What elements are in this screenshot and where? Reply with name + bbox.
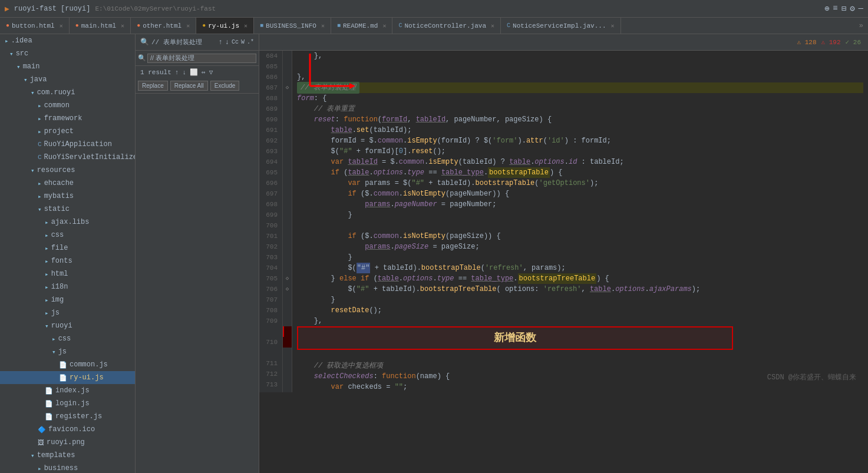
tab-main-html[interactable]: ● main.html ✕ [70, 18, 131, 34]
code-lines[interactable]: }, }, // 表单封装处理 form: { // 表单重置 reset: f… [292, 51, 868, 392]
sidebar-item-ehcache[interactable]: ▸ ehcache [0, 177, 135, 190]
sidebar-item-index-js[interactable]: 📄 index.js [0, 384, 135, 397]
sidebar-item-java[interactable]: ▾ java [0, 73, 135, 86]
sidebar-item-mybatis[interactable]: ▸ mybatis [0, 190, 135, 203]
tab-notice-controller[interactable]: C NoticeController.java ✕ [392, 18, 501, 34]
tab-close-icon[interactable]: ✕ [611, 22, 615, 29]
sidebar-item-ruoyi-png[interactable]: 🖼 ruoyi.png [0, 436, 135, 449]
tab-business-info[interactable]: ■ BUSINESS_INFO ✕ [254, 18, 331, 34]
sidebar-item-business[interactable]: ▸ business [0, 462, 135, 473]
sidebar-item-i18n[interactable]: ▸ i18n [0, 280, 135, 293]
folder-open-icon: ▾ [16, 63, 21, 71]
error-count: ⚠ 192 [821, 38, 841, 46]
settings-icon[interactable]: ⚙ [850, 4, 854, 14]
sidebar-item-label: ruoyi.png [47, 438, 85, 446]
sidebar-item-templates[interactable]: ▾ templates [0, 449, 135, 462]
result-count: 1 result [140, 69, 171, 76]
more-tabs-icon[interactable]: » [859, 22, 868, 30]
gutter-line [283, 157, 292, 167]
sidebar-item-src[interactable]: ▾ src [0, 47, 135, 60]
sidebar-item-static[interactable]: ▾ static [0, 203, 135, 216]
sidebar-item-label: img [51, 296, 64, 304]
sidebar-item-resources[interactable]: ▾ resources [0, 164, 135, 177]
replace-all-button[interactable]: Replace All [170, 81, 208, 91]
nav-up-icon[interactable]: ↑ [175, 69, 179, 76]
code-line: } [297, 210, 863, 220]
tab-close-icon[interactable]: ✕ [186, 22, 190, 29]
sidebar-item-label: css [51, 231, 64, 239]
regex-icon[interactable]: .* [247, 39, 254, 45]
tab-notice-service-impl[interactable]: C NoticeServiceImpl.jav... ✕ [501, 18, 621, 34]
folder-open-icon: ▾ [24, 76, 28, 84]
sidebar-item-idea[interactable]: ▸ .idea [0, 34, 135, 47]
sidebar-item-html[interactable]: ▸ html [0, 267, 135, 280]
folder-open-icon: ▾ [31, 452, 35, 459]
tab-ry-ui-js[interactable]: ● ry-ui.js ✕ [196, 18, 254, 34]
tab-other-html[interactable]: ● other.html ✕ [131, 18, 196, 34]
sidebar-item-fonts[interactable]: ▸ fonts [0, 254, 135, 267]
sidebar-item-ruoyiservlet[interactable]: C RuoYiServletInitializer [0, 151, 135, 164]
sidebar-item-css[interactable]: ▸ css [0, 229, 135, 242]
line-num: 707 [264, 295, 278, 305]
tab-close-icon[interactable]: ✕ [382, 22, 386, 29]
gutter-line [283, 326, 292, 337]
replace-button[interactable]: Replace [138, 81, 168, 91]
sidebar-item-common[interactable]: ▸ common [0, 99, 135, 112]
tab-close-icon[interactable]: ✕ [60, 22, 63, 29]
code-line: $("#" + tableId).bootstrapTable('refresh… [297, 263, 863, 273]
sidebar-item-ruoyi[interactable]: ▾ ruoyi [0, 319, 135, 332]
code-line: } [297, 252, 863, 263]
sidebar-item-project[interactable]: ▸ project [0, 125, 135, 138]
expand-icon[interactable]: ⇔ [202, 68, 206, 76]
sidebar-item-comruoyi[interactable]: ▾ com.ruoyi [0, 86, 135, 99]
menu-icon[interactable]: ≡ [833, 4, 837, 14]
tab-close-icon[interactable]: ✕ [491, 22, 494, 29]
nav-up-icon[interactable]: ↑ [219, 38, 223, 47]
code-line: $("#" + formId)[0].reset(); [297, 146, 863, 157]
tab-close-icon[interactable]: ✕ [321, 22, 325, 29]
minimize-icon[interactable]: — [859, 4, 863, 14]
folder-icon: ▸ [38, 102, 42, 110]
tab-button-html[interactable]: ● button.html ✕ [0, 18, 70, 34]
nav-down-icon[interactable]: ↓ [182, 69, 186, 76]
tab-close-icon[interactable]: ✕ [121, 22, 124, 29]
word-icon[interactable]: W [241, 39, 245, 45]
copy-icon[interactable]: ⬜ [190, 68, 198, 76]
sidebar-item-label: login.js [55, 399, 90, 408]
sidebar-item-ruoyi-css[interactable]: ▸ css [0, 332, 135, 345]
exclude-button[interactable]: Exclude [210, 81, 240, 91]
sidebar-item-img[interactable]: ▸ img [0, 293, 135, 306]
nav-down-icon[interactable]: ↓ [225, 38, 229, 47]
java-icon: C [507, 22, 510, 29]
sidebar-item-ry-ui-js[interactable]: 📄 ry-ui.js [0, 371, 135, 384]
line-num: 696 [264, 178, 278, 188]
case-icon[interactable]: Cc [232, 39, 239, 45]
gutter-line [283, 295, 292, 305]
search-input[interactable] [147, 54, 256, 63]
code-content: 684 685 686 687 688 689 690 691 692 693 … [259, 51, 868, 392]
sidebar-item-ruoyi-js[interactable]: ▾ js [0, 345, 135, 358]
sidebar-item-label: favicon.ico [48, 425, 95, 434]
gutter-line [283, 379, 292, 390]
tab-readme[interactable]: ■ README.md ✕ [331, 18, 392, 34]
sidebar-item-register-js[interactable]: 📄 register.js [0, 410, 135, 423]
sidebar-item-main[interactable]: ▾ main [0, 60, 135, 73]
sidebar-item-ruoyiapp[interactable]: C RuoYiApplication [0, 138, 135, 151]
sidebar-item-js[interactable]: ▸ js [0, 306, 135, 319]
tab-close-icon[interactable]: ✕ [244, 22, 247, 29]
sidebar-item-ajaxlibs[interactable]: ▸ ajax.libs [0, 216, 135, 229]
sidebar-item-file[interactable]: ▸ file [0, 242, 135, 254]
sidebar-item-favicon[interactable]: 🔷 favicon.ico [0, 423, 135, 436]
sidebar-item-common-js[interactable]: 📄 common.js [0, 358, 135, 371]
code-line: var params = $("#" + tableId).bootstrapT… [297, 178, 863, 188]
html-icon: ● [75, 22, 79, 29]
sidebar-item-label: js [58, 348, 67, 356]
add-icon[interactable]: ⊕ [824, 4, 829, 14]
sidebar-item-label: mybatis [44, 192, 74, 200]
split-icon[interactable]: ⊟ [841, 4, 846, 14]
sidebar-item-framework[interactable]: ▸ framework [0, 112, 135, 125]
sidebar-item-login-js[interactable]: 📄 login.js [0, 397, 135, 410]
gutter-line [283, 114, 292, 125]
filter-icon[interactable]: ▽ [209, 68, 213, 76]
tab-label: main.html [81, 22, 116, 29]
